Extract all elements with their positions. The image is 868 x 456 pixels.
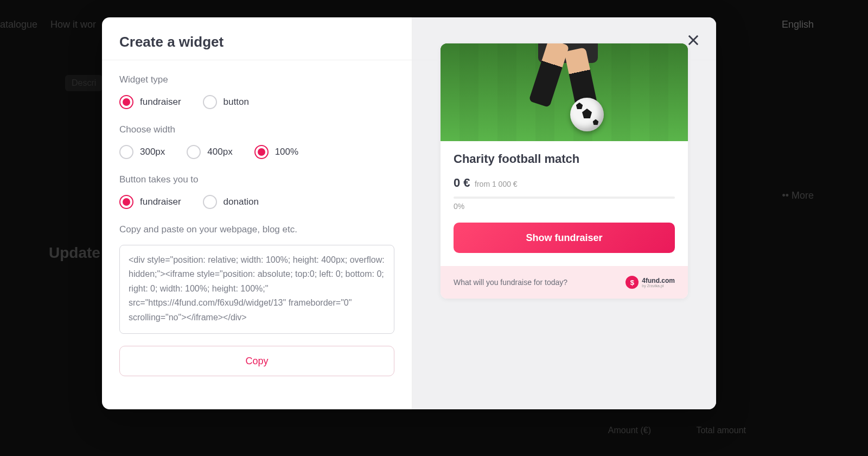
button-target-label: Button takes you to	[119, 174, 394, 185]
footer-tagline: What will you fundraise for today?	[454, 278, 567, 287]
preview-image	[441, 43, 688, 141]
modal-title: Create a widget	[119, 34, 394, 50]
choose-width-label: Choose width	[119, 124, 394, 135]
embed-code-textarea[interactable]	[119, 245, 394, 334]
close-button[interactable]	[686, 33, 701, 48]
radio-target-fundraiser[interactable]: fundraiser	[119, 195, 181, 209]
preview-title: Charity football match	[454, 152, 675, 166]
button-target-options: fundraiser donation	[119, 195, 394, 209]
preview-amount: 0 €	[454, 176, 470, 189]
preview-footer: What will you fundraise for today? $ 4fu…	[441, 266, 688, 299]
widget-type-label: Widget type	[119, 74, 394, 85]
preview-goal: from 1 000 €	[475, 180, 518, 188]
copy-button[interactable]: Copy	[119, 346, 394, 376]
soccer-ball-icon	[570, 98, 604, 131]
modal-form-panel: Create a widget Widget type fundraiser b…	[102, 17, 412, 409]
brand-logo: $ 4fund.com by Zrzutka.pl	[626, 276, 675, 289]
radio-button[interactable]: button	[203, 95, 249, 109]
create-widget-modal: Create a widget Widget type fundraiser b…	[102, 17, 716, 409]
code-label: Copy and paste on your webpage, blog etc…	[119, 224, 394, 235]
show-fundraiser-button[interactable]: Show fundraiser	[454, 223, 675, 253]
progress-bar	[454, 197, 675, 199]
radio-100pct[interactable]: 100%	[254, 145, 298, 159]
close-icon	[686, 33, 701, 48]
radio-target-donation[interactable]: donation	[203, 195, 259, 209]
logo-icon: $	[626, 276, 639, 289]
radio-400px[interactable]: 400px	[187, 145, 232, 159]
widget-type-options: fundraiser button	[119, 95, 394, 109]
preview-percent: 0%	[454, 202, 675, 211]
radio-300px[interactable]: 300px	[119, 145, 165, 159]
width-options: 300px 400px 100%	[119, 145, 394, 159]
modal-preview-panel: Charity football match 0 € from 1 000 € …	[412, 17, 716, 409]
radio-fundraiser[interactable]: fundraiser	[119, 95, 181, 109]
widget-preview-card: Charity football match 0 € from 1 000 € …	[441, 43, 688, 299]
